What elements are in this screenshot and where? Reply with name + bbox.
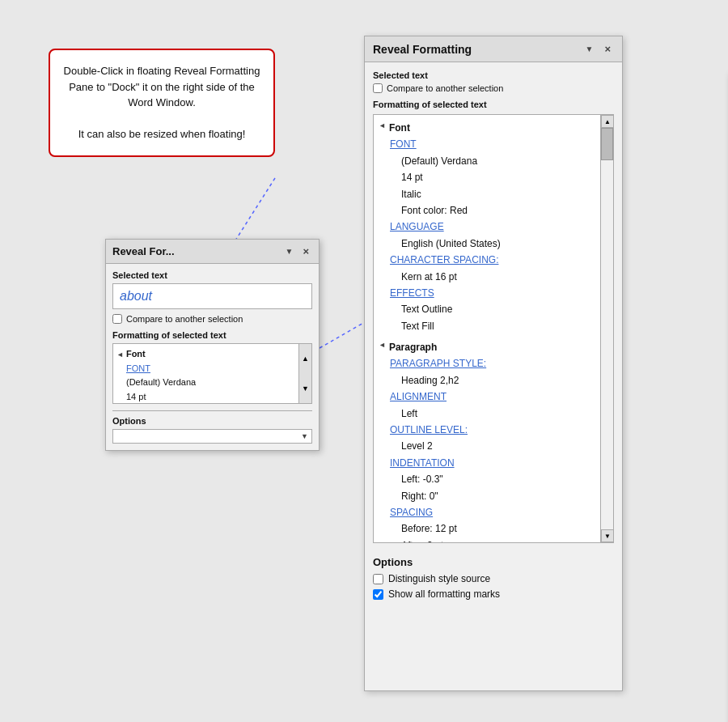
main-tree-item: Kern at 16 pt [379,269,608,285]
floating-font-size-text: 14 pt [126,390,146,404]
tree-link-label: FONT [390,136,417,152]
floating-pane-body: Selected text about Compare to another s… [106,264,319,450]
floating-compare-checkbox[interactable] [112,314,122,324]
main-option1-checkbox[interactable] [373,574,383,584]
tree-link-label: SPACING [390,504,433,520]
main-tree-item[interactable]: INDENTATION [379,455,608,471]
floating-formatting-label: Formatting of selected text [112,330,312,340]
main-pane-controls: ▼ × [582,41,615,57]
tree-value-label: After: 3 pt [401,537,443,542]
floating-tree-font-size: 14 pt [116,390,308,404]
floating-scroll-down-button[interactable]: ▼ [299,374,311,404]
main-tree-item: Text Fill [379,318,608,334]
tree-parent-label: Paragraph [389,339,437,355]
main-option1-label: Distinguish style source [388,573,490,584]
main-tree-item: Left [379,406,608,422]
main-tree-item: Font color: Red [379,202,608,219]
main-pane-title: Reveal Formatting [373,43,472,56]
floating-pane-title: Reveal For... [112,245,175,257]
tree-value-label: Right: 0" [401,488,438,504]
floating-tree-font-parent: ◄ Font [116,347,308,362]
tree-value-label: Text Fill [401,318,434,334]
main-compare-label: Compare to another selection [387,83,503,93]
floating-tree-font-label: Font [126,347,146,362]
tree-arrow-icon: ◄ [379,339,386,351]
floating-pane: Reveal For... ▼ × Selected text about Co… [105,239,320,451]
floating-selected-text-label: Selected text [112,270,312,280]
main-tree-item[interactable]: SPACING [379,504,608,520]
tree-value-label: (Default) Verdana [401,153,477,169]
tree-value-label: Level 2 [401,438,433,454]
main-tree-inner: ◄FontFONT(Default) Verdana14 ptItalicFon… [374,115,613,542]
main-tree-item: (Default) Verdana [379,153,608,169]
floating-tree-font-link[interactable]: FONT [116,362,308,376]
main-pane-dropdown-button[interactable]: ▼ [582,43,597,55]
tree-value-label: Heading 2,h2 [401,372,459,389]
tooltip-text: Double-Click in floating Reveal Formatti… [64,65,260,140]
tree-value-label: English (United States) [401,236,501,252]
floating-tree-inner: ◄ Font FONT (Default) Verdana 14 pt [113,344,311,404]
floating-options-dropdown-arrow: ▼ [301,432,308,440]
tree-value-label: 14 pt [401,169,423,185]
main-option2-label: Show all formatting marks [388,588,500,600]
tree-link-label: PARAGRAPH STYLE: [390,355,486,372]
main-tree-item[interactable]: PARAGRAPH STYLE: [379,355,608,372]
main-tree-item: Level 2 [379,438,608,454]
floating-compare-label: Compare to another selection [126,314,243,324]
tooltip-box: Double-Click in floating Reveal Formatti… [49,49,275,157]
main-tree-item[interactable]: FONT [379,136,608,152]
tree-value-label: Italic [401,186,421,202]
main-tree-item: Italic [379,186,608,202]
main-tree-item: Text Outline [379,301,608,317]
main-scroll-down-button[interactable]: ▼ [601,529,614,542]
floating-tree-font-value: (Default) Verdana [116,376,308,390]
main-pane-close-button[interactable]: × [601,41,614,57]
floating-scroll-up-button[interactable]: ▲ [299,344,311,374]
tree-link-label: OUTLINE LEVEL: [390,422,468,438]
main-option1-row: Distinguish style source [373,573,614,584]
floating-font-link-text: FONT [126,362,150,376]
tree-link-label: CHARACTER SPACING: [390,252,498,268]
floating-pane-close-button[interactable]: × [299,244,312,259]
floating-tree-font-arrow: ◄ [116,349,124,360]
main-tree-item: Right: 0" [379,488,608,504]
floating-pane-dropdown-button[interactable]: ▼ [282,245,297,257]
tree-arrow-icon: ◄ [379,120,386,132]
main-options-section: Options Distinguish style source Show al… [373,551,614,600]
floating-compare-checkbox-row: Compare to another selection [112,314,312,324]
floating-selected-text-display: about [112,283,312,309]
main-format-tree: ◄FontFONT(Default) Verdana14 ptItalicFon… [373,114,614,543]
tree-value-label: Left: -0.3" [401,471,443,487]
main-formatting-label: Formatting of selected text [373,100,614,109]
main-tree-item[interactable]: CHARACTER SPACING: [379,252,608,268]
floating-options-label: Options [112,416,146,426]
main-tree-item: English (United States) [379,236,608,252]
tree-parent-label: Font [389,120,410,136]
main-pane-header: Reveal Formatting ▼ × [365,36,622,62]
main-tree-item[interactable]: EFFECTS [379,285,608,301]
tree-link-label: EFFECTS [390,285,434,301]
main-pane: Reveal Formatting ▼ × Selected text abou… [364,36,623,691]
main-tree-scrollbar: ▲ ▼ [600,115,613,542]
floating-options-section: Options ▼ [112,410,312,444]
main-tree-item: 14 pt [379,169,608,185]
main-tree-item[interactable]: OUTLINE LEVEL: [379,422,608,438]
main-option2-checkbox[interactable] [373,589,383,600]
main-tree-item: ◄Font [379,120,608,136]
main-compare-checkbox[interactable] [373,83,383,93]
floating-font-value-text: (Default) Verdana [126,376,196,390]
floating-tree-scrollbar: ▲ ▼ [298,344,311,403]
floating-pane-header: Reveal For... ▼ × [106,240,319,264]
main-scroll-track [601,128,613,529]
main-option2-row: Show all formatting marks [373,588,614,600]
tree-value-label: Text Outline [401,301,452,317]
floating-options-dropdown[interactable]: ▼ [112,429,312,444]
main-tree-item[interactable]: LANGUAGE [379,219,608,235]
tree-value-label: Kern at 16 pt [401,269,457,285]
tree-link-label: LANGUAGE [390,219,444,235]
main-tree-item[interactable]: ALIGNMENT [379,389,608,405]
main-compare-checkbox-row: Compare to another selection [373,83,614,93]
main-scroll-up-button[interactable]: ▲ [601,115,614,128]
main-pane-body: Selected text about Compare to another s… [365,62,622,612]
tree-value-label: Left [401,406,417,422]
